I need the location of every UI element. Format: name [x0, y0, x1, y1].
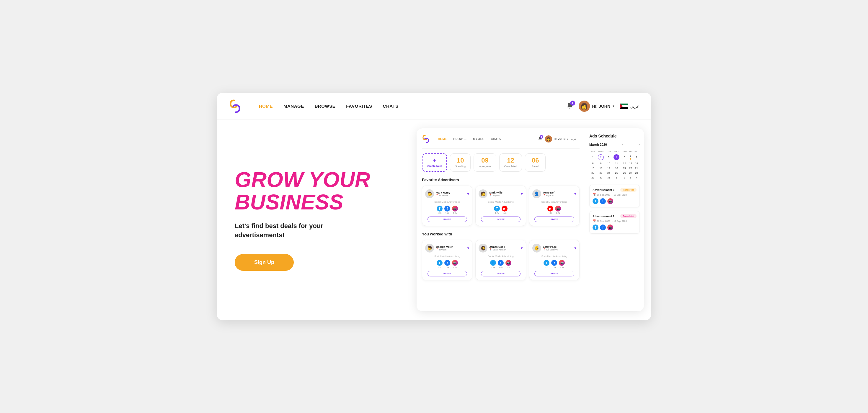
cal-day[interactable]: 10: [605, 161, 612, 166]
favorite-heart-icon[interactable]: ♥: [521, 192, 523, 196]
cal-day[interactable]: 22: [589, 171, 596, 175]
social-count: 1.4k: [445, 212, 449, 214]
nav-manage[interactable]: MANAGE: [283, 104, 304, 109]
inner-bell-button[interactable]: 1: [538, 136, 542, 142]
adv-top: 👨 Mark Henry 📍 Unaizah ♥: [425, 190, 469, 198]
adv-type: Social Media Advertising: [434, 255, 460, 257]
adv-top: 👴 Larry Page 📍 As Sulayyil ♥: [532, 244, 576, 252]
adv-avatar: 🧑: [478, 190, 488, 198]
invite-button[interactable]: INVITE: [428, 216, 467, 222]
social-count: 1.2k: [438, 266, 441, 269]
cal-day[interactable]: 5: [621, 153, 628, 161]
cal-day[interactable]: 12: [621, 161, 628, 166]
adv-type: Social Media Advertising: [541, 255, 567, 257]
favorite-heart-icon[interactable]: ♥: [467, 192, 469, 196]
favorite-heart-icon[interactable]: ♥: [467, 246, 469, 250]
nav-chats[interactable]: CHATS: [383, 104, 399, 109]
invite-button[interactable]: INVITE: [428, 271, 467, 276]
cal-day[interactable]: 26: [621, 171, 628, 175]
cal-day[interactable]: 30: [596, 175, 605, 180]
favorite-advertisers-title: Favorite Advertisers: [422, 178, 580, 182]
cal-day[interactable]: 13: [628, 161, 633, 166]
location-pin-icon: 📍: [436, 194, 438, 197]
cal-day[interactable]: 1: [589, 153, 596, 161]
cal-day-other-month: 1: [612, 175, 621, 180]
bell-button[interactable]: 1: [566, 102, 574, 110]
dashboard-left-panel: HOME BROWSE MY ADS CHATS 1: [416, 128, 585, 311]
invite-button[interactable]: INVITE: [481, 216, 521, 222]
social-item: 📷 2.5k: [452, 260, 458, 269]
invite-button[interactable]: INVITE: [534, 271, 574, 276]
cal-day[interactable]: 9: [596, 161, 605, 166]
create-new-card[interactable]: + Create New: [422, 153, 447, 172]
ad-schedule-item: Advertisement 2 Inprogress 📅 10 Sep, 202…: [589, 185, 640, 207]
nav-links: HOME MANAGE BROWSE FAVORITES CHATS: [259, 104, 566, 109]
nav-browse[interactable]: BROWSE: [315, 104, 336, 109]
cal-day[interactable]: 21: [633, 166, 640, 171]
inner-bell-badge: 1: [540, 135, 543, 139]
cal-day[interactable]: 15: [589, 166, 596, 171]
cal-day[interactable]: 28: [633, 171, 640, 175]
location-pin-icon: 📍: [489, 248, 492, 251]
social-item: T 1.2k: [490, 260, 496, 269]
inner-nav-chats[interactable]: CHATS: [491, 137, 501, 141]
calendar-month-row: March 2020 ‹ ›: [589, 142, 640, 147]
social-item: f 1.4k: [551, 260, 557, 269]
cal-day[interactable]: 25: [612, 171, 621, 175]
inprogress-number: 09: [481, 157, 488, 164]
inner-user-name: HI! JOHN: [554, 137, 565, 140]
invite-button[interactable]: INVITE: [534, 216, 574, 222]
cal-day[interactable]: 27: [628, 171, 633, 175]
adv-location: 📍 Sarat Abidah: [489, 248, 506, 251]
cal-day[interactable]: 24: [605, 171, 612, 175]
standing-label: Standing: [455, 165, 466, 168]
cal-day-outlined[interactable]: 2: [596, 153, 605, 161]
cal-day[interactable]: 8: [589, 161, 596, 166]
cal-day[interactable]: 18: [612, 166, 621, 171]
inner-user-menu[interactable]: 👩 HI! JOHN ▾: [545, 135, 568, 142]
social-count: 2.5k: [506, 266, 510, 269]
cal-day-dot[interactable]: 6: [628, 153, 633, 161]
browser-container: HOME MANAGE BROWSE FAVORITES CHATS 1 👩 H…: [217, 93, 651, 320]
social-count: 1.2k: [438, 212, 441, 214]
user-menu[interactable]: 👩 HI! JOHN ▾: [579, 101, 614, 112]
calendar-prev-button[interactable]: ‹: [622, 142, 623, 147]
logo-icon: [229, 99, 241, 114]
cal-day[interactable]: 20: [628, 166, 633, 171]
cal-day[interactable]: 3: [605, 153, 612, 161]
nav-home[interactable]: HOME: [259, 104, 273, 109]
advertiser-card: 👴 Larry Page 📍 As Sulayyil ♥ Social Medi…: [529, 240, 580, 280]
adv-type: Social Media Advertising: [488, 255, 514, 257]
cal-day[interactable]: 19: [621, 166, 628, 171]
cal-day[interactable]: 16: [596, 166, 605, 171]
signup-button[interactable]: Sign Up: [235, 254, 294, 271]
social-count: 2.5k: [560, 266, 564, 269]
cal-day[interactable]: 7: [633, 153, 640, 161]
inner-nav-my-ads[interactable]: MY ADS: [473, 137, 484, 141]
adv-type: Social Media Advertising: [488, 201, 514, 203]
ad-sched-top: Advertisement 2 Completed: [593, 214, 637, 218]
flag-icon: [620, 104, 628, 109]
top-nav: HOME MANAGE BROWSE FAVORITES CHATS 1 👩 H…: [217, 93, 651, 119]
cal-day-header: SUN: [589, 149, 596, 153]
cal-day[interactable]: 23: [596, 171, 605, 175]
favorite-heart-icon[interactable]: ♥: [574, 192, 576, 196]
adv-info: Torry Def 📍 Riyadh: [543, 191, 554, 197]
inner-nav-home[interactable]: HOME: [438, 137, 447, 141]
favorite-heart-icon[interactable]: ♥: [574, 246, 576, 250]
social-item: 📷 2.5k: [555, 206, 561, 214]
inner-nav-browse[interactable]: BROWSE: [453, 137, 466, 141]
cal-day-highlighted[interactable]: 4: [612, 153, 621, 161]
cal-day[interactable]: 11: [612, 161, 621, 166]
invite-button[interactable]: INVITE: [481, 271, 521, 276]
social-row: T 1.2k ▶ 1.4k: [494, 206, 507, 214]
favorite-heart-icon[interactable]: ♥: [521, 246, 523, 250]
cal-day[interactable]: 14: [633, 161, 640, 166]
cal-day[interactable]: 17: [605, 166, 612, 171]
language-selector[interactable]: عربي: [620, 104, 639, 109]
social-item: f 1.4k: [444, 206, 450, 214]
cal-day[interactable]: 31: [605, 175, 612, 180]
calendar-next-button[interactable]: ›: [639, 142, 640, 147]
nav-favorites[interactable]: FAVORITES: [346, 104, 372, 109]
cal-day[interactable]: 29: [589, 175, 596, 180]
